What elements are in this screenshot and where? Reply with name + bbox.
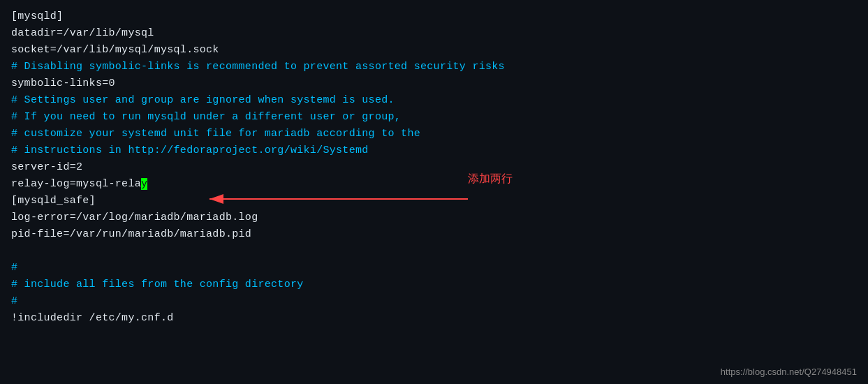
code-line-12: [mysqld_safe] <box>11 193 857 209</box>
code-line-1: [mysqld] <box>11 8 857 25</box>
code-editor: [mysqld] datadir=/var/lib/mysql socket=/… <box>0 0 868 384</box>
code-line-7: # If you need to run mysqld under a diff… <box>11 109 857 126</box>
code-line-5: symbolic-links=0 <box>11 75 857 92</box>
code-line-10: server-id=2 <box>11 159 857 176</box>
code-line-17: # include all files from the config dire… <box>11 276 857 293</box>
code-line-19: !includedir /etc/my.cnf.d <box>11 310 857 327</box>
code-line-15 <box>11 243 857 260</box>
cursor: y <box>141 178 147 190</box>
code-line-9: # instructions in http://fedoraproject.o… <box>11 142 857 159</box>
annotation-text: 添加两行 <box>468 172 513 186</box>
code-line-2: datadir=/var/lib/mysql <box>11 25 857 42</box>
code-line-16: # <box>11 260 857 276</box>
code-line-6: # Settings user and group are ignored wh… <box>11 92 857 109</box>
code-line-13: log-error=/var/log/mariadb/mariadb.log <box>11 209 857 226</box>
watermark: https://blog.csdn.net/Q274948451 <box>721 367 857 377</box>
code-line-4: # Disabling symbolic-links is recommende… <box>11 59 857 75</box>
code-line-18: # <box>11 293 857 310</box>
code-line-3: socket=/var/lib/mysql/mysql.sock <box>11 42 857 59</box>
code-line-8: # customize your systemd unit file for m… <box>11 126 857 142</box>
code-line-14: pid-file=/var/run/mariadb/mariadb.pid <box>11 226 857 243</box>
code-line-11: relay-log=mysql-relay <box>11 176 857 193</box>
